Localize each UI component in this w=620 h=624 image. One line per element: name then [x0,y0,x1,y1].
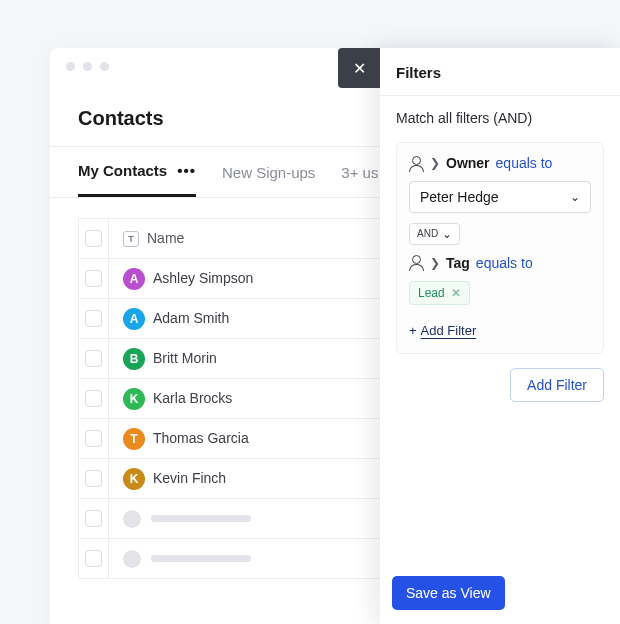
filter-row-owner: ❯ Owner equals to [409,155,591,171]
avatar: A [123,268,145,290]
tab-label: 3+ us [341,164,378,181]
tab-label: New Sign-ups [222,164,315,181]
avatar: A [123,308,145,330]
skeleton-bar [151,555,251,562]
contact-name: Britt Morin [153,349,217,365]
tab-3plus[interactable]: 3+ us [341,147,378,197]
row-checkbox[interactable] [85,510,102,527]
filters-title: Filters [396,64,604,81]
person-icon [409,156,424,171]
owner-select[interactable]: Peter Hedge ⌄ [409,181,591,213]
contact-name: Kevin Finch [153,469,226,485]
tab-new-signups[interactable]: New Sign-ups [222,147,315,197]
row-checkbox[interactable] [85,350,102,367]
close-icon: ✕ [353,59,366,78]
save-as-view-button[interactable]: Save as View [392,576,505,610]
tab-label: My Contacts [78,162,167,179]
filter-operator[interactable]: equals to [496,155,553,171]
select-all-cell [79,219,109,259]
window-dot [100,62,109,71]
add-filter-button[interactable]: Add Filter [510,368,604,402]
owner-value: Peter Hedge [420,189,499,205]
filter-group: ❯ Owner equals to Peter Hedge ⌄ AND ⌄ ❯ … [396,142,604,354]
person-icon [409,255,424,270]
chevron-right-icon: ❯ [430,256,440,270]
filter-row-tag: ❯ Tag equals to [409,255,591,271]
remove-tag-icon[interactable]: ✕ [451,286,461,300]
match-mode-text[interactable]: Match all filters (AND) [396,110,604,126]
contact-name: Thomas Garcia [153,429,249,445]
avatar: T [123,428,145,450]
filter-joiner[interactable]: AND ⌄ [409,223,460,245]
window-dot [66,62,75,71]
skeleton-avatar [123,550,141,568]
column-name[interactable]: TName [109,219,397,259]
skeleton-avatar [123,510,141,528]
select-all-checkbox[interactable] [85,230,102,247]
add-filter-link-label: Add Filter [421,323,477,338]
chevron-down-icon: ⌄ [570,190,580,204]
row-checkbox[interactable] [85,470,102,487]
tab-my-contacts[interactable]: My Contacts ••• [78,147,196,197]
add-filter-link[interactable]: +Add Filter [409,323,476,338]
text-column-icon: T [123,231,139,247]
row-checkbox[interactable] [85,430,102,447]
filter-field-label: Tag [446,255,470,271]
tag-label: Lead [418,286,445,300]
row-checkbox[interactable] [85,390,102,407]
avatar: K [123,388,145,410]
contact-name: Adam Smith [153,309,229,325]
contact-name: Karla Brocks [153,389,232,405]
window-dot [83,62,92,71]
row-checkbox[interactable] [85,550,102,567]
column-name-label: Name [147,230,184,246]
row-checkbox[interactable] [85,310,102,327]
tag-chip[interactable]: Lead ✕ [409,281,470,305]
filters-panel: ✕ Filters Match all filters (AND) ❯ Owne… [380,48,620,624]
filter-field-label: Owner [446,155,490,171]
joiner-label: AND [417,228,438,239]
row-checkbox[interactable] [85,270,102,287]
avatar: B [123,348,145,370]
avatar: K [123,468,145,490]
divider [380,95,620,96]
tab-menu-icon[interactable]: ••• [177,162,196,179]
filter-operator[interactable]: equals to [476,255,533,271]
chevron-right-icon: ❯ [430,156,440,170]
chevron-down-icon: ⌄ [442,227,452,241]
close-button[interactable]: ✕ [338,48,380,88]
contact-name: Ashley Simpson [153,269,253,285]
skeleton-bar [151,515,251,522]
